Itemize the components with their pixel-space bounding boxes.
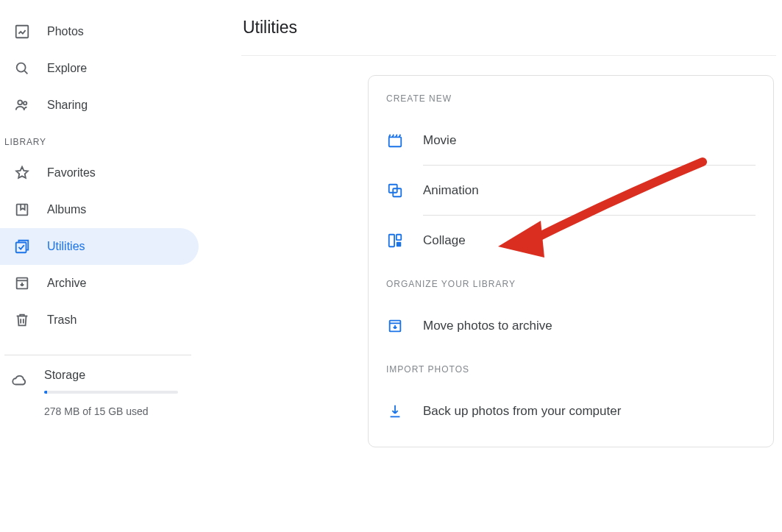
svg-rect-5: [16, 243, 26, 253]
page-title: Utilities: [243, 18, 782, 38]
card-item-label: Move photos to archive: [423, 301, 756, 351]
sidebar-item-label: Utilities: [47, 240, 85, 253]
card-section-import: IMPORT PHOTOS: [386, 364, 756, 375]
bookmark-icon: [13, 201, 31, 219]
sidebar-item-label: Sharing: [47, 99, 88, 112]
svg-rect-10: [389, 235, 394, 247]
svg-rect-7: [389, 137, 402, 146]
create-animation[interactable]: Animation: [386, 166, 756, 216]
download-icon: [386, 402, 404, 420]
sidebar-item-photos[interactable]: Photos: [0, 13, 199, 50]
sidebar-item-label: Photos: [47, 25, 84, 38]
cloud-icon: [10, 372, 28, 389]
sidebar: Photos Explore Sharing LIBRARY Favorites: [0, 0, 199, 532]
create-movie[interactable]: Movie: [386, 116, 756, 166]
sidebar-section-library: LIBRARY: [0, 124, 199, 155]
storage-progress: [44, 391, 178, 394]
sidebar-item-favorites[interactable]: Favorites: [0, 155, 199, 191]
svg-rect-0: [16, 26, 29, 38]
sidebar-item-archive[interactable]: Archive: [0, 265, 199, 302]
card-section-create-new: CREATE NEW: [386, 93, 756, 104]
storage-used-text: 278 MB of 15 GB used: [44, 404, 178, 419]
search-icon: [13, 60, 31, 77]
sidebar-storage[interactable]: Storage 278 MB of 15 GB used: [0, 369, 199, 419]
card-item-label: Animation: [423, 166, 756, 216]
svg-rect-11: [397, 235, 401, 240]
collage-icon: [386, 232, 404, 249]
movie-icon: [386, 132, 404, 149]
sidebar-item-trash[interactable]: Trash: [0, 302, 199, 338]
svg-rect-12: [397, 242, 401, 247]
utilities-icon: [13, 238, 31, 255]
utilities-card: CREATE NEW Movie Animation Collage ORGAN…: [368, 75, 774, 447]
trash-icon: [13, 311, 31, 329]
sidebar-item-utilities[interactable]: Utilities: [0, 228, 199, 265]
backup-from-computer[interactable]: Back up photos from your computer: [386, 386, 756, 436]
archive-box-icon: [386, 317, 404, 335]
sidebar-item-explore[interactable]: Explore: [0, 50, 199, 87]
sidebar-item-label: Archive: [47, 277, 86, 290]
star-icon: [13, 164, 31, 182]
card-item-label: Back up photos from your computer: [423, 386, 756, 436]
sidebar-item-label: Trash: [47, 313, 77, 327]
storage-title: Storage: [44, 369, 178, 382]
card-item-label: Collage: [423, 216, 756, 266]
sidebar-item-label: Albums: [47, 203, 86, 216]
card-section-organize: ORGANIZE YOUR LIBRARY: [386, 279, 756, 289]
archive-icon: [13, 274, 31, 292]
svg-point-2: [18, 100, 22, 104]
sidebar-item-label: Explore: [47, 62, 87, 75]
create-collage[interactable]: Collage: [386, 216, 756, 266]
card-item-label: Movie: [423, 116, 756, 166]
sidebar-item-albums[interactable]: Albums: [0, 191, 199, 228]
animation-icon: [386, 182, 404, 199]
title-divider: [241, 55, 776, 56]
sidebar-item-label: Favorites: [47, 166, 96, 180]
svg-rect-4: [17, 205, 28, 216]
move-to-archive[interactable]: Move photos to archive: [386, 301, 756, 351]
image-icon: [13, 23, 31, 40]
sidebar-divider: [4, 355, 191, 355]
svg-point-1: [17, 63, 26, 72]
sidebar-item-sharing[interactable]: Sharing: [0, 87, 199, 124]
svg-point-3: [24, 102, 26, 104]
people-icon: [13, 96, 31, 114]
